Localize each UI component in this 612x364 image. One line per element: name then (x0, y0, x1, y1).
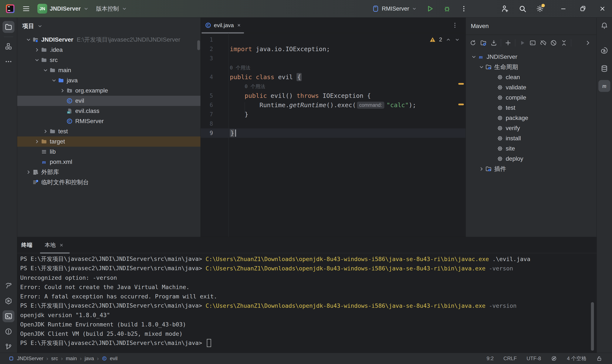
prev-problem-icon[interactable] (445, 37, 451, 42)
chevron-down-icon[interactable] (42, 67, 48, 73)
maven-item-package[interactable]: package (466, 113, 597, 123)
usages-inlay-hint[interactable]: 0 个用法 (245, 83, 265, 90)
window-restore-button[interactable] (579, 5, 586, 12)
terminal-output[interactable]: PS E:\开发项目\javasec2\JNDI\JNDIServer\src\… (20, 254, 588, 348)
code-line-4[interactable]: 4public class evil { (201, 72, 466, 82)
structure-toolwindow-button[interactable] (2, 40, 14, 52)
tree-item-evil[interactable]: Cevil (17, 96, 200, 106)
maven-item--[interactable]: 生命周期 (466, 62, 597, 72)
close-icon[interactable] (59, 243, 64, 247)
tree-item-lib[interactable]: lib (17, 147, 200, 157)
encoding-widget[interactable]: UTF-8 (527, 355, 541, 362)
code-line-3[interactable]: 3 (201, 54, 466, 63)
tree-chevron-icon[interactable] (25, 169, 32, 175)
tree-item-target[interactable]: target (17, 136, 200, 147)
tree-item--[interactable]: 外部库 (17, 167, 200, 177)
chevron-down-icon[interactable] (478, 64, 485, 70)
database-button[interactable] (598, 63, 610, 75)
tree-item-pom.xml[interactable]: mpom.xml (17, 157, 200, 167)
maven-item-verify[interactable]: verify (466, 123, 597, 133)
code-line-8[interactable]: 8 (201, 119, 466, 129)
window-close-button[interactable] (599, 5, 606, 12)
settings-icon[interactable] (536, 5, 544, 13)
tree-chevron-icon[interactable] (50, 78, 58, 83)
tree-item-.idea[interactable]: .idea (17, 45, 200, 55)
terminal-tab-local[interactable]: 本地 (45, 237, 64, 253)
project-scrollbar[interactable] (197, 40, 200, 50)
tree-item-evil.class[interactable]: 01evil.class (17, 106, 200, 116)
terminal-scrollbar[interactable] (591, 302, 594, 351)
vcs-widget[interactable]: 版本控制 (96, 5, 127, 13)
next-problem-icon[interactable] (455, 37, 460, 42)
tree-chevron-icon[interactable] (33, 57, 41, 63)
breadcrumb-item[interactable]: main (66, 355, 77, 362)
chevron-right-icon[interactable] (34, 139, 40, 144)
project-widget[interactable]: JN JNDIServer (37, 4, 89, 13)
chevron-right-icon[interactable] (478, 166, 485, 172)
problems-toolwindow-button[interactable] (2, 325, 14, 338)
maven-reload-icon[interactable] (470, 39, 476, 46)
build-toolwindow-button[interactable] (2, 280, 14, 292)
ai-assistant-button[interactable] (598, 45, 610, 57)
maven-item-compile[interactable]: compile (466, 92, 597, 103)
tree-chevron-icon[interactable] (470, 54, 478, 60)
main-menu-icon[interactable] (22, 5, 30, 13)
tree-item-src[interactable]: src (17, 55, 200, 65)
maven-item-site[interactable]: site (466, 143, 597, 154)
collapse-all-icon[interactable] (561, 39, 567, 46)
chevron-down-icon[interactable] (471, 54, 477, 60)
window-minimize-button[interactable] (560, 5, 567, 12)
code-line-1[interactable]: 1 (201, 35, 466, 44)
tree-chevron-icon[interactable] (33, 139, 41, 144)
chevron-down-icon[interactable] (34, 57, 40, 63)
code-line-2[interactable]: 2import java.io.IOException; (201, 44, 466, 54)
code-inlay-row[interactable]: 0 个用法 (201, 63, 466, 72)
chevron-right-icon[interactable] (42, 129, 48, 134)
indent-widget[interactable]: 4 个空格 (567, 355, 586, 362)
chevron-right-icon[interactable] (34, 47, 40, 53)
maven-toolwindow-button[interactable]: m (598, 80, 610, 92)
vcs-toolwindow-button[interactable] (2, 341, 14, 353)
code-line-6[interactable]: 6 Runtime.getRuntime().exec(command:"cal… (201, 100, 466, 110)
editor-tab-evil-java[interactable]: C evil.java (201, 18, 246, 33)
tree-chevron-icon[interactable] (59, 88, 66, 94)
services-toolwindow-button[interactable] (2, 295, 14, 307)
code-line-5[interactable]: 5 public evil() throws IOException { (201, 91, 466, 100)
maven-add-project-icon[interactable] (505, 39, 512, 46)
maven-generate-sources-icon[interactable] (480, 39, 487, 46)
tree-chevron-icon[interactable] (33, 47, 41, 53)
run-button[interactable] (426, 5, 434, 13)
parameter-name-hint[interactable]: command: (357, 102, 384, 109)
run-configuration-selector[interactable]: RMIServer (372, 5, 417, 12)
maven-download-sources-icon[interactable] (490, 39, 497, 46)
lock-icon[interactable] (596, 355, 602, 362)
close-icon[interactable] (236, 23, 241, 28)
usages-inlay-hint[interactable]: 0 个用法 (230, 65, 250, 71)
maven-item-clean[interactable]: clean (466, 72, 597, 82)
tree-item-JNDIServer[interactable]: JNDIServerE:\开发项目\javasec2\JNDI\JNDIServ… (17, 35, 200, 45)
code-lines[interactable]: 12import java.io.IOException;30 个用法4publ… (201, 35, 466, 138)
project-toolwindow-button[interactable] (2, 21, 14, 33)
warning-stripe-mark[interactable] (458, 104, 464, 105)
maven-item-install[interactable]: install (466, 133, 597, 143)
breadcrumb-item[interactable]: java (85, 355, 94, 362)
tree-item-main[interactable]: main (17, 65, 200, 75)
tree-item-org.example[interactable]: org.example (17, 86, 200, 96)
maven-item-validate[interactable]: validate (466, 82, 597, 92)
chevron-right-icon[interactable] (59, 88, 66, 94)
breadcrumb-item[interactable]: JNDIServer (17, 355, 43, 362)
maven-item--[interactable]: 插件 (466, 164, 597, 174)
caret-position-widget[interactable]: 9:2 (487, 355, 494, 362)
maven-item-test[interactable]: test (466, 103, 597, 113)
chevron-down-icon[interactable] (51, 78, 57, 83)
tree-item-RMIServer[interactable]: CRMIServer (17, 116, 200, 126)
search-everywhere-icon[interactable] (518, 5, 527, 13)
code-with-me-icon[interactable] (501, 5, 509, 13)
debug-button[interactable] (443, 5, 451, 13)
inspections-widget[interactable]: 2 (429, 36, 460, 43)
tree-chevron-icon[interactable] (25, 37, 32, 43)
tree-chevron-icon[interactable] (42, 67, 49, 73)
breadcrumb-item[interactable]: src (51, 355, 58, 362)
maven-skip-tests-icon[interactable] (550, 39, 557, 46)
breadcrumb-item[interactable]: evil (110, 355, 118, 362)
